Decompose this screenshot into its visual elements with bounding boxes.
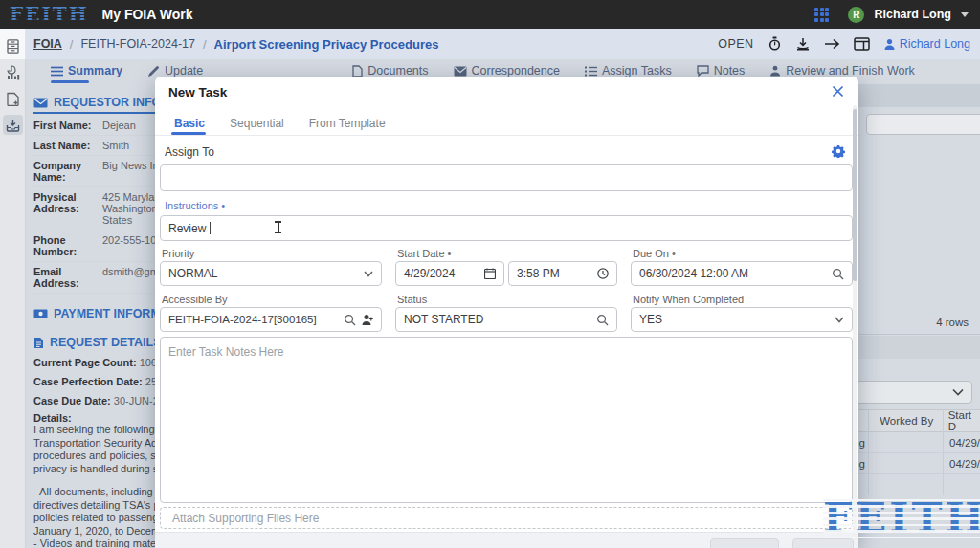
modal-scrollbar[interactable] [853, 105, 858, 540]
breadcrumb-separator: / [203, 37, 207, 52]
accessible-by-label: Accessible By [162, 294, 227, 305]
start-time-input[interactable]: 3:58 PM [508, 261, 617, 286]
divider [155, 135, 858, 136]
person-add-icon [362, 314, 373, 326]
search-icon [344, 314, 356, 326]
status-label: Status [397, 294, 427, 305]
start-date-input[interactable]: 4/29/2024 [395, 261, 504, 286]
status-input[interactable]: NOT STARTED [395, 307, 617, 332]
task-notes-textarea[interactable]: Enter Task Notes Here [160, 337, 853, 503]
layout-panel-icon[interactable] [854, 37, 870, 51]
start-time-value: 3:58 PM [517, 267, 597, 280]
assign-to-label: Assign To [165, 145, 214, 159]
close-icon[interactable] [832, 85, 845, 99]
dialog-tabs: Basic Sequential From Template [174, 117, 386, 130]
notify-value: YES [639, 313, 835, 326]
clock-icon [597, 268, 609, 279]
assigned-user-label: Richard Long [900, 37, 970, 51]
archive-cabinet-icon[interactable] [3, 36, 23, 56]
required-marker: • [221, 200, 225, 211]
search-icon [832, 268, 844, 280]
attach-files-dropzone[interactable]: Attach Supporting Files Here [160, 507, 853, 529]
person-icon [883, 38, 896, 51]
arrow-right-icon[interactable] [824, 37, 840, 51]
feith-logo: FEITH [10, 4, 89, 25]
app-title: My FOIA Work [102, 7, 193, 22]
priority-select[interactable]: NORMAL [160, 261, 382, 286]
due-on-input[interactable]: 06/30/2024 12:00 AM [631, 261, 853, 286]
start-date-label: Start Date• [397, 248, 451, 259]
tab-from-template[interactable]: From Template [309, 117, 386, 130]
search-icon [596, 314, 609, 326]
user-menu[interactable]: Richard Long [874, 8, 951, 21]
chevron-down-icon [835, 317, 844, 323]
feith-watermark-logo: FEITH [823, 495, 980, 539]
user-menu-caret-icon[interactable] [961, 12, 969, 17]
breadcrumb-case-title: Airport Screening Privacy Procedures [214, 37, 439, 52]
download-icon[interactable] [795, 36, 811, 52]
footer-button[interactable] [710, 538, 779, 548]
dialog-title: New Task [168, 85, 227, 99]
breadcrumb-case-id[interactable]: FEITH-FOIA-2024-17 [80, 37, 194, 51]
due-on-label: Due On• [633, 248, 676, 259]
tab-sequential[interactable]: Sequential [230, 117, 284, 130]
assign-settings-gear-icon[interactable] [832, 144, 845, 158]
new-task-dialog: New Task Basic Sequential From Template … [155, 77, 858, 548]
apps-grid-icon[interactable] [814, 8, 829, 22]
calendar-icon [484, 268, 496, 279]
chevron-down-icon [364, 271, 373, 277]
assign-to-input[interactable] [160, 164, 853, 191]
breadcrumb-bar: FOIA / FEITH-FOIA-2024-17 / Airport Scre… [26, 29, 980, 59]
avatar[interactable]: R [848, 7, 864, 23]
notify-label: Notify When Completed [633, 294, 744, 305]
instructions-label: Instructions• [165, 200, 225, 211]
tab-basic[interactable]: Basic [174, 117, 205, 130]
status-badge: OPEN [718, 37, 753, 51]
priority-label: Priority [162, 248, 194, 259]
text-caret [210, 222, 211, 234]
breadcrumb-separator: / [70, 37, 74, 52]
required-marker: • [672, 248, 676, 259]
start-date-value: 4/29/2024 [404, 267, 484, 280]
ibeam-cursor [274, 221, 282, 233]
required-marker: • [448, 248, 452, 259]
instructions-input[interactable]: Review [160, 215, 853, 241]
assigned-user[interactable]: Richard Long [883, 37, 970, 51]
notify-select[interactable]: YES [631, 307, 853, 332]
due-on-value: 06/30/2024 12:00 AM [639, 267, 832, 280]
dialog-footer [155, 532, 858, 548]
instructions-value: Review [168, 222, 206, 235]
stopwatch-icon[interactable] [768, 36, 782, 52]
accessible-by-input[interactable]: FEITH-FOIA-2024-17[300165] [160, 307, 382, 332]
accessible-by-value: FEITH-FOIA-2024-17[300165] [168, 314, 344, 325]
status-value: NOT STARTED [404, 313, 596, 326]
priority-value: NORMAL [168, 267, 364, 280]
breadcrumb-foia-link[interactable]: FOIA [33, 37, 62, 51]
top-bar: FEITH My FOIA Work R Richard Long [0, 0, 980, 29]
